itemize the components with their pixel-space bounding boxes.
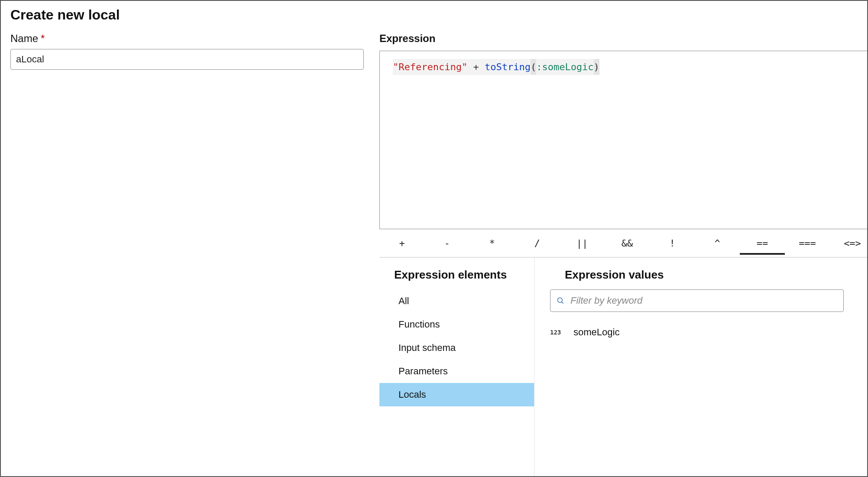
dialog-title: Create new local	[1, 1, 867, 32]
svg-line-1	[562, 302, 564, 304]
element-item-locals[interactable]: Locals	[379, 383, 534, 406]
token-string: "Referencing"	[393, 62, 467, 72]
expression-elements-title: Expression elements	[379, 268, 534, 289]
operator-plus-button[interactable]: +	[379, 232, 424, 255]
token-param: :someLogic	[536, 62, 593, 72]
element-item-functions[interactable]: Functions	[379, 313, 534, 336]
search-icon	[556, 296, 565, 305]
name-label: Name	[10, 32, 38, 45]
expression-elements-panel: Expression elements AllFunctionsInput sc…	[379, 258, 534, 476]
token-rparen: )	[594, 59, 599, 75]
filter-wrap	[550, 289, 844, 312]
name-input[interactable]	[10, 49, 364, 70]
operator-minus-button[interactable]: -	[424, 232, 470, 255]
operator-mult-button[interactable]: *	[470, 232, 515, 255]
code-line: "Referencing" + toString(:someLogic)	[393, 59, 599, 75]
operator-div-button[interactable]: /	[515, 232, 560, 255]
expression-bottom-panels: Expression elements AllFunctionsInput sc…	[379, 257, 867, 476]
value-name: someLogic	[573, 327, 619, 338]
expression-editor[interactable]: "Referencing" + toString(:someLogic)	[379, 51, 867, 229]
create-local-dialog: Create new local Name * Expression "Refe…	[0, 0, 868, 477]
svg-point-0	[557, 298, 562, 302]
value-type-badge: 123	[550, 329, 565, 336]
operator-eq-button[interactable]: ==	[740, 232, 785, 255]
expression-label: Expression	[379, 32, 867, 45]
dialog-columns: Name * Expression "Referencing" + toStri…	[1, 32, 867, 476]
element-item-input[interactable]: Input schema	[379, 336, 534, 360]
name-column: Name *	[1, 32, 379, 476]
filter-input[interactable]	[550, 289, 844, 312]
operator-or-button[interactable]: ||	[560, 232, 605, 255]
expression-elements-list: AllFunctionsInput schemaParametersLocals	[379, 289, 534, 406]
expression-values-panel: Expression values 123someLogic	[534, 258, 867, 476]
operator-cmp-button[interactable]: <=>	[830, 232, 867, 255]
token-func: toString	[485, 62, 531, 72]
name-label-row: Name *	[10, 32, 364, 45]
operator-not-button[interactable]: !	[650, 232, 695, 255]
operator-and-button[interactable]: &&	[605, 232, 650, 255]
required-mark: *	[41, 32, 45, 45]
token-plus: +	[467, 62, 485, 72]
operator-seq-button[interactable]: ===	[785, 232, 830, 255]
value-item[interactable]: 123someLogic	[550, 323, 844, 341]
expression-values-title: Expression values	[550, 268, 844, 289]
expression-values-list: 123someLogic	[550, 323, 844, 341]
expression-column: Expression "Referencing" + toString(:som…	[379, 32, 867, 476]
element-item-all[interactable]: All	[379, 289, 534, 313]
element-item-parameters[interactable]: Parameters	[379, 360, 534, 383]
operator-xor-button[interactable]: ^	[695, 232, 740, 255]
token-lparen: (	[531, 59, 536, 75]
operator-strip: +-*/||&&!^=====<=>	[379, 229, 867, 257]
